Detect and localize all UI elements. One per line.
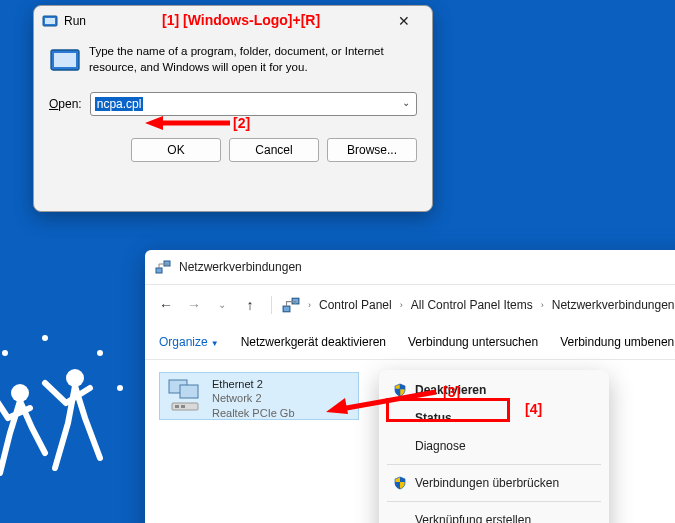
open-value: ncpa.cpl bbox=[95, 97, 144, 111]
ok-button[interactable]: OK bbox=[131, 138, 221, 162]
svg-rect-20 bbox=[181, 405, 185, 408]
nav-history-chevron-icon[interactable]: ⌄ bbox=[211, 294, 233, 316]
ctx-separator bbox=[387, 464, 601, 465]
ethernet-adapter-icon bbox=[166, 377, 204, 415]
crumb-network-connections[interactable]: Netzwerkverbindungen bbox=[550, 295, 675, 315]
chevron-down-icon[interactable]: ⌄ bbox=[402, 97, 410, 108]
svg-point-5 bbox=[117, 385, 123, 391]
chevron-right-icon[interactable]: › bbox=[539, 300, 546, 310]
ctx-item-deaktivieren[interactable]: Deaktivieren bbox=[379, 376, 609, 404]
organize-menu[interactable]: Organize▼ bbox=[159, 335, 219, 349]
svg-rect-17 bbox=[180, 385, 198, 398]
svg-point-3 bbox=[42, 335, 48, 341]
browse-button[interactable]: Browse... bbox=[327, 138, 417, 162]
shield-icon bbox=[393, 476, 407, 490]
explorer-toolbar: Organize▼ Netzwerkgerät deaktivieren Ver… bbox=[145, 324, 675, 360]
crumb-control-panel[interactable]: Control Panel bbox=[317, 295, 394, 315]
ctx-item-status[interactable]: Status bbox=[379, 404, 609, 432]
context-menu: Deaktivieren Status Diagnose Verbindunge… bbox=[379, 370, 609, 523]
run-title-text: Run bbox=[64, 14, 86, 28]
nav-up-icon[interactable]: ↑ bbox=[239, 294, 261, 316]
chevron-right-icon[interactable]: › bbox=[306, 300, 313, 310]
shield-icon bbox=[393, 383, 407, 397]
connection-item-ethernet2[interactable]: Ethernet 2 Network 2 Realtek PCIe Gb bbox=[159, 372, 359, 420]
network-connections-icon bbox=[155, 259, 171, 275]
chevron-right-icon[interactable]: › bbox=[398, 300, 405, 310]
explorer-titlebar: Netzwerkverbindungen bbox=[145, 250, 675, 284]
run-dialog: Run ✕ Type the name of a program, folder… bbox=[33, 5, 433, 212]
toolbar-rename[interactable]: Verbindung umbenen bbox=[560, 335, 674, 349]
crumb-all-items[interactable]: All Control Panel Items bbox=[409, 295, 535, 315]
svg-point-2 bbox=[2, 350, 8, 356]
run-app-icon bbox=[49, 44, 81, 76]
ctx-item-bridge[interactable]: Verbindungen überbrücken bbox=[379, 469, 609, 497]
connection-network: Network 2 bbox=[212, 391, 295, 405]
close-button[interactable]: ✕ bbox=[382, 7, 426, 35]
connection-name: Ethernet 2 bbox=[212, 377, 295, 391]
svg-rect-7 bbox=[45, 18, 55, 24]
svg-rect-19 bbox=[175, 405, 179, 408]
run-description: Type the name of a program, folder, docu… bbox=[89, 44, 417, 76]
open-label: Open: bbox=[49, 97, 82, 111]
nav-back-icon[interactable]: ← bbox=[155, 294, 177, 316]
toolbar-deactivate[interactable]: Netzwerkgerät deaktivieren bbox=[241, 335, 386, 349]
svg-rect-9 bbox=[54, 53, 76, 67]
svg-point-4 bbox=[97, 350, 103, 356]
explorer-address-bar: ← → ⌄ ↑ › Control Panel › All Control Pa… bbox=[145, 284, 675, 324]
nav-forward-icon[interactable]: → bbox=[183, 294, 205, 316]
breadcrumb: › Control Panel › All Control Panel Item… bbox=[306, 295, 675, 315]
connection-device: Realtek PCIe Gb bbox=[212, 406, 295, 420]
toolbar-inspect[interactable]: Verbindung untersuchen bbox=[408, 335, 538, 349]
ctx-separator bbox=[387, 501, 601, 502]
ctx-item-shortcut[interactable]: Verknüpfung erstellen bbox=[379, 506, 609, 523]
cancel-button[interactable]: Cancel bbox=[229, 138, 319, 162]
explorer-window: Netzwerkverbindungen ← → ⌄ ↑ › Control P… bbox=[145, 250, 675, 523]
ctx-item-diagnose[interactable]: Diagnose bbox=[379, 432, 609, 460]
breadcrumb-icon bbox=[282, 296, 300, 314]
run-icon bbox=[42, 13, 58, 29]
explorer-title-text: Netzwerkverbindungen bbox=[179, 260, 302, 274]
svg-rect-12 bbox=[156, 268, 162, 273]
open-combobox[interactable]: ncpa.cpl ⌄ bbox=[90, 92, 417, 116]
run-titlebar: Run ✕ bbox=[34, 6, 432, 36]
svg-rect-14 bbox=[283, 306, 290, 312]
explorer-content: Ethernet 2 Network 2 Realtek PCIe Gb Dea… bbox=[145, 370, 675, 523]
